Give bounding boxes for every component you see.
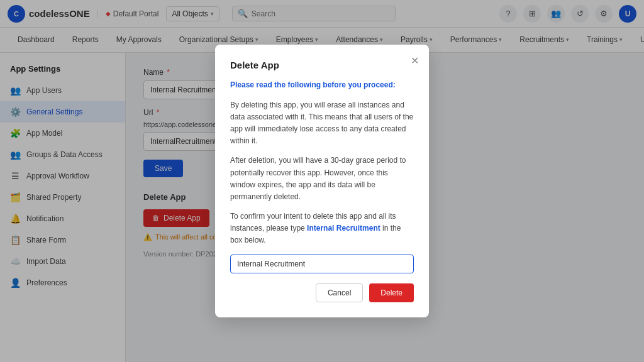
modal-overlay[interactable]: Delete App ✕ Please read the following b… — [0, 0, 644, 362]
modal-paragraph3: To confirm your intent to delete this ap… — [230, 211, 414, 247]
modal-intro-text: Please read the following before you pro… — [230, 80, 396, 89]
delete-modal: Delete App ✕ Please read the following b… — [215, 45, 429, 317]
cancel-button[interactable]: Cancel — [316, 283, 363, 302]
confirm-delete-button[interactable]: Delete — [369, 283, 414, 302]
modal-paragraph2: After deletion, you will have a 30-day g… — [230, 155, 414, 203]
modal-paragraph1: By deleting this app, you will erase all… — [230, 99, 414, 148]
modal-intro: Please read the following before you pro… — [230, 79, 414, 91]
modal-title: Delete App — [230, 60, 414, 70]
modal-highlight-text: Internal Recruitment — [307, 224, 380, 233]
modal-confirm-input[interactable] — [230, 255, 414, 273]
modal-actions: Cancel Delete — [230, 283, 414, 302]
modal-close-button[interactable]: ✕ — [411, 55, 419, 67]
